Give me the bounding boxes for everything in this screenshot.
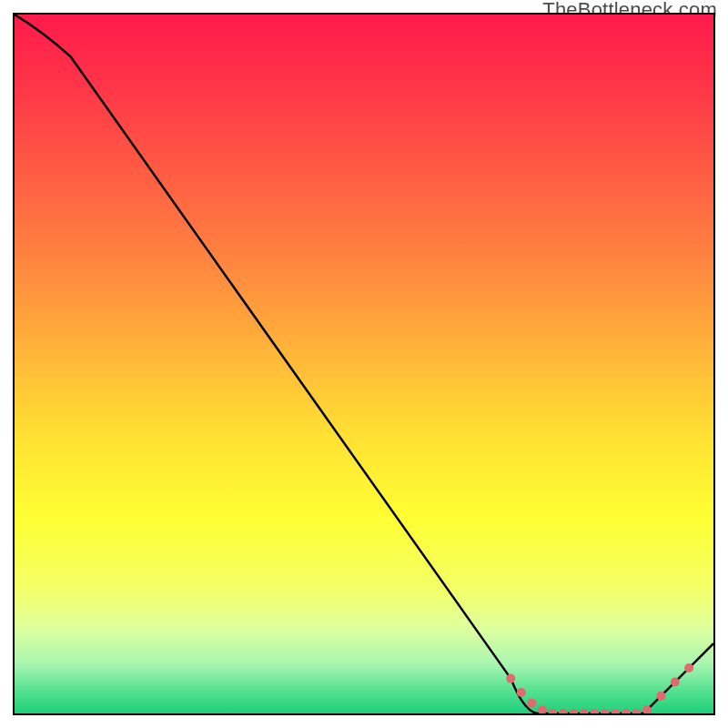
curve-marker xyxy=(656,692,665,701)
curve-marker xyxy=(684,663,693,672)
plot-area xyxy=(13,13,715,715)
curve-marker xyxy=(527,698,536,707)
curve-layer xyxy=(15,15,713,713)
curve-marker xyxy=(548,709,557,713)
curve-marker xyxy=(538,705,547,713)
marker-group xyxy=(506,663,693,713)
curve-marker xyxy=(632,709,642,713)
curve-marker xyxy=(611,709,620,713)
curve-marker xyxy=(590,709,599,713)
curve-marker xyxy=(601,709,610,713)
curve-marker xyxy=(622,709,631,713)
curve-marker xyxy=(569,709,578,713)
curve-marker xyxy=(559,709,568,713)
curve-marker xyxy=(580,709,589,713)
curve-marker xyxy=(671,677,680,686)
chart-stage: TheBottleneck.com xyxy=(0,0,728,728)
curve-marker xyxy=(517,688,526,697)
bottleneck-curve xyxy=(15,15,713,713)
curve-marker xyxy=(506,674,515,683)
